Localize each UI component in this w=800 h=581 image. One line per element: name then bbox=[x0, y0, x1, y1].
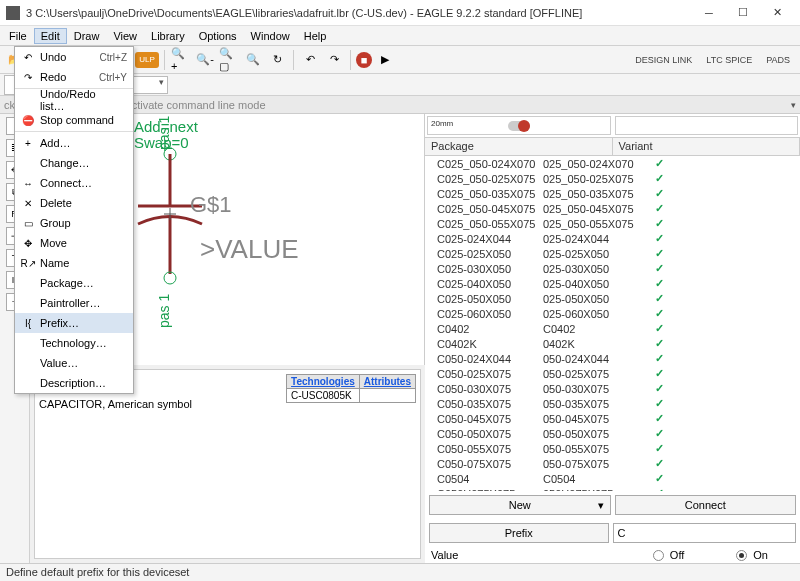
connect-button[interactable]: Connect bbox=[615, 495, 797, 515]
menu-item-undoredolist[interactable]: Undo/Redo list… bbox=[15, 90, 133, 110]
window-title: 3 C:\Users\paulj\OneDrive\Documents\EAGL… bbox=[26, 7, 692, 19]
menu-item-paintroller[interactable]: Paintroller… bbox=[15, 293, 133, 313]
zoom-out-icon[interactable]: 🔍- bbox=[194, 49, 216, 71]
menu-item-connect[interactable]: ↔Connect… bbox=[15, 173, 133, 193]
pads-brand[interactable]: PADS bbox=[760, 55, 796, 65]
menu-item-package[interactable]: Package… bbox=[15, 273, 133, 293]
app-icon bbox=[6, 6, 20, 20]
model-preview[interactable] bbox=[615, 116, 799, 135]
package-row[interactable]: C025_050-045X075025_050-045X075✓ bbox=[425, 201, 800, 216]
menu-file[interactable]: File bbox=[2, 28, 34, 44]
menu-draw[interactable]: Draw bbox=[67, 28, 107, 44]
new-button[interactable]: New▾ bbox=[429, 495, 611, 515]
package-row[interactable]: C025-060X050025-060X050✓ bbox=[425, 306, 800, 321]
package-row[interactable]: C050-050X075050-050X075✓ bbox=[425, 426, 800, 441]
redo-icon[interactable]: ↷ bbox=[323, 49, 345, 71]
package-row[interactable]: C025_050-055X075025_050-055X075✓ bbox=[425, 216, 800, 231]
scale-label: 20mm bbox=[431, 119, 453, 128]
menu-item-change[interactable]: Change… bbox=[15, 153, 133, 173]
col-variant[interactable]: Variant bbox=[613, 138, 801, 155]
design-link-brand[interactable]: DESIGN LINK bbox=[629, 55, 698, 65]
tech-cell: C-USC0805K bbox=[287, 389, 360, 403]
menu-edit[interactable]: Edit bbox=[34, 28, 67, 44]
package-row[interactable]: C050-035X075050-035X075✓ bbox=[425, 396, 800, 411]
command-dropdown-icon[interactable]: ▾ bbox=[791, 100, 796, 110]
menu-item-technology[interactable]: Technology… bbox=[15, 333, 133, 353]
undo-icon[interactable]: ↶ bbox=[299, 49, 321, 71]
package-row[interactable]: C025-040X050025-040X050✓ bbox=[425, 276, 800, 291]
package-row[interactable]: C025_050-025X075025_050-025X075✓ bbox=[425, 171, 800, 186]
package-row[interactable]: C050-024X044050-024X044✓ bbox=[425, 351, 800, 366]
on-label: On bbox=[753, 549, 768, 561]
menu-library[interactable]: Library bbox=[144, 28, 192, 44]
menu-item-description[interactable]: Description… bbox=[15, 373, 133, 393]
ulp-button[interactable]: ULP bbox=[135, 52, 159, 68]
menu-bar: File Edit Draw View Library Options Wind… bbox=[0, 26, 800, 46]
zoom-area-icon[interactable]: 🔍 bbox=[242, 49, 264, 71]
tech-header[interactable]: Technologies bbox=[287, 375, 360, 389]
prefix-input[interactable]: C bbox=[613, 523, 797, 543]
package-row[interactable]: C0504C0504✓ bbox=[425, 471, 800, 486]
attr-header[interactable]: Attributes bbox=[359, 375, 415, 389]
menu-item-name[interactable]: R↗Name bbox=[15, 253, 133, 273]
button-row-1: New▾ Connect bbox=[425, 491, 800, 519]
package-row[interactable]: C050-045X075050-045X075✓ bbox=[425, 411, 800, 426]
menu-item-prefix[interactable]: I{Prefix… bbox=[15, 313, 133, 333]
package-row[interactable]: C025-050X050025-050X050✓ bbox=[425, 291, 800, 306]
menu-item-undo[interactable]: ↶UndoCtrl+Z bbox=[15, 47, 133, 67]
grid-select[interactable] bbox=[128, 76, 168, 94]
col-package[interactable]: Package bbox=[425, 138, 613, 155]
separator bbox=[350, 50, 351, 70]
package-row[interactable]: C050-075X075050-075X075✓ bbox=[425, 456, 800, 471]
button-row-2: Prefix C bbox=[425, 519, 800, 547]
package-row[interactable]: C0402C0402✓ bbox=[425, 321, 800, 336]
package-row[interactable]: C025_050-035X075025_050-035X075✓ bbox=[425, 186, 800, 201]
zoom-fit-icon[interactable]: 🔍▢ bbox=[218, 49, 240, 71]
package-row[interactable]: C025-024X044025-024X044✓ bbox=[425, 231, 800, 246]
minimize-button[interactable]: ─ bbox=[692, 2, 726, 24]
footprint-preview[interactable]: 20mm bbox=[427, 116, 611, 135]
prefix-button[interactable]: Prefix bbox=[429, 523, 609, 543]
description-panel: TechnologiesAttributes C-USC0805K Descri… bbox=[34, 369, 421, 559]
package-row[interactable]: C050-030X075050-030X075✓ bbox=[425, 381, 800, 396]
menu-help[interactable]: Help bbox=[297, 28, 334, 44]
package-row[interactable]: C050-025X075050-025X075✓ bbox=[425, 366, 800, 381]
menu-item-delete[interactable]: ✕Delete bbox=[15, 193, 133, 213]
package-row[interactable]: C025-025X050025-025X050✓ bbox=[425, 246, 800, 261]
package-header: Package Variant bbox=[425, 138, 800, 156]
go-icon[interactable]: ▶ bbox=[374, 49, 396, 71]
zoom-in-icon[interactable]: 🔍+ bbox=[170, 49, 192, 71]
close-button[interactable]: ✕ bbox=[760, 2, 794, 24]
menu-item-value[interactable]: Value… bbox=[15, 353, 133, 373]
edit-dropdown: ↶UndoCtrl+Z↷RedoCtrl+YUndo/Redo list…⛔St… bbox=[14, 46, 134, 394]
menu-item-add[interactable]: +Add… bbox=[15, 133, 133, 153]
package-row[interactable]: C050-055X075050-055X075✓ bbox=[425, 441, 800, 456]
package-row[interactable]: C025_050-024X070025_050-024X070✓ bbox=[425, 156, 800, 171]
radio-off[interactable] bbox=[653, 550, 664, 561]
package-row[interactable]: C0402K0402K✓ bbox=[425, 336, 800, 351]
maximize-button[interactable]: ☐ bbox=[726, 2, 760, 24]
off-label: Off bbox=[670, 549, 684, 561]
menu-window[interactable]: Window bbox=[244, 28, 297, 44]
redraw-icon[interactable]: ↻ bbox=[266, 49, 288, 71]
stop-icon[interactable]: ■ bbox=[356, 52, 372, 68]
value-row: Value Off On bbox=[425, 547, 800, 563]
radio-on[interactable] bbox=[736, 550, 747, 561]
separator bbox=[293, 50, 294, 70]
package-column: 20mm Package Variant C025_050-024X070025… bbox=[425, 114, 800, 563]
menu-item-group[interactable]: ▭Group bbox=[15, 213, 133, 233]
status-bar: Define default prefix for this deviceset bbox=[0, 563, 800, 581]
package-row[interactable]: C025-030X050025-030X050✓ bbox=[425, 261, 800, 276]
menu-view[interactable]: View bbox=[106, 28, 144, 44]
tech-attr-table: TechnologiesAttributes C-USC0805K bbox=[286, 374, 416, 403]
package-list[interactable]: C025_050-024X070025_050-024X070✓C025_050… bbox=[425, 156, 800, 491]
menu-item-stopcommand[interactable]: ⛔Stop command bbox=[15, 110, 133, 130]
menu-item-move[interactable]: ✥Move bbox=[15, 233, 133, 253]
menu-options[interactable]: Options bbox=[192, 28, 244, 44]
value-label: Value bbox=[431, 549, 458, 561]
ltspice-brand[interactable]: LTC SPICE bbox=[700, 55, 758, 65]
canvas-value-label: >VALUE bbox=[200, 234, 299, 265]
menu-item-redo[interactable]: ↷RedoCtrl+Y bbox=[15, 67, 133, 87]
status-text: Define default prefix for this deviceset bbox=[6, 566, 189, 578]
separator bbox=[164, 50, 165, 70]
